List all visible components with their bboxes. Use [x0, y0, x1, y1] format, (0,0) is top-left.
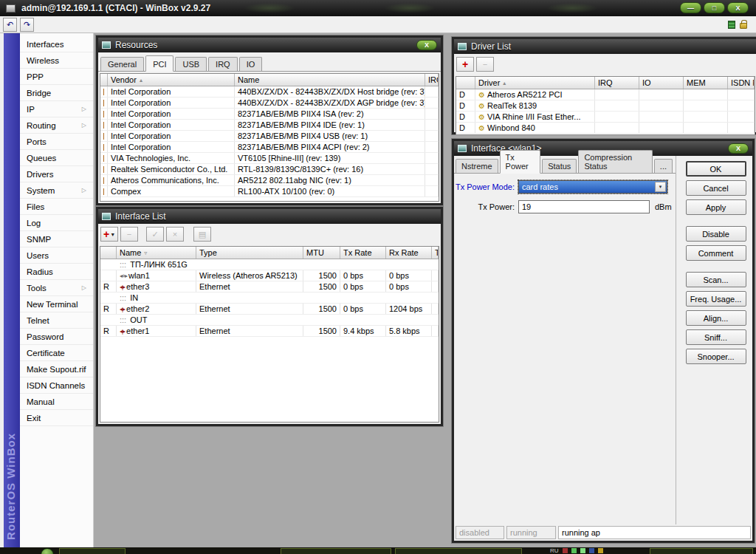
- sidebar-item-wireless[interactable]: Wireless: [20, 52, 93, 69]
- tray-icon[interactable]: [563, 548, 568, 553]
- close-icon[interactable]: X: [416, 40, 437, 50]
- ok-button[interactable]: OK: [686, 161, 746, 177]
- minimize-icon[interactable]: —: [680, 2, 701, 13]
- driver-column-header[interactable]: Driver▴: [475, 77, 595, 89]
- redo-icon[interactable]: ↷: [20, 18, 34, 32]
- close-icon[interactable]: X: [728, 143, 749, 154]
- table-row[interactable]: Intel Corporation440BX/ZX/DX - 82443BX/Z…: [100, 98, 439, 109]
- tray-icon[interactable]: [571, 548, 577, 553]
- flags-column-header[interactable]: [456, 77, 475, 89]
- sidebar-item-ppp[interactable]: PPP: [20, 69, 93, 85]
- interface-list-titlebar[interactable]: Interface List: [98, 209, 441, 224]
- sidebar-item-radius[interactable]: Radius: [20, 264, 93, 280]
- sidebar-item-bridge[interactable]: Bridge: [20, 85, 93, 101]
- main-titlebar[interactable]: admin@192.169.1.1 (CTACI) - WinBox v2.9.…: [0, 0, 756, 16]
- table-row[interactable]: Intel Corporation82371AB/EB/MB PIIX4 IDE…: [100, 120, 439, 131]
- remove-button[interactable]: −: [476, 57, 494, 72]
- language-indicator[interactable]: RU: [550, 547, 559, 554]
- taskbar-item[interactable]: [395, 548, 522, 554]
- table-row[interactable]: Intel Corporation82371AB/EB/MB PIIX4 ISA…: [100, 109, 439, 120]
- scan-button[interactable]: Scan...: [686, 272, 746, 287]
- tray-icon[interactable]: [589, 548, 594, 553]
- table-row[interactable]: CompexRL100-ATX 10/100 (rev: 0): [100, 186, 439, 197]
- remove-button[interactable]: −: [120, 227, 138, 242]
- sidebar-item-ip[interactable]: IP▷: [20, 101, 93, 117]
- name-column-header[interactable]: Name▿: [117, 247, 196, 259]
- table-row[interactable]: D⚙Atheros AR5212 PCI: [456, 89, 755, 100]
- irq-column-header[interactable]: IRQ: [425, 74, 439, 86]
- sidebar-item-tools[interactable]: Tools▷: [20, 280, 93, 296]
- table-row[interactable]: Intel Corporation82371AB/EB/MB PIIX4 USB…: [100, 131, 439, 142]
- tab-status[interactable]: Status: [542, 159, 577, 173]
- tab-pci[interactable]: PCI: [145, 55, 173, 72]
- type-column-header[interactable]: Type: [196, 247, 303, 259]
- sidebar-item-system[interactable]: System▷: [20, 182, 93, 199]
- tab-overflow[interactable]: ...: [654, 159, 673, 173]
- sidebar-item-snmp[interactable]: SNMP: [20, 231, 93, 247]
- sidebar-item-ports[interactable]: Ports: [20, 134, 93, 150]
- sidebar-item-password[interactable]: Password: [20, 329, 93, 345]
- table-row[interactable]: Intel Corporation82371AB/EB/MB PIIX4 ACP…: [100, 142, 439, 153]
- align-button[interactable]: Align...: [686, 310, 746, 326]
- comment-button[interactable]: ▤: [193, 227, 211, 242]
- table-row[interactable]: VIA Technologies, Inc.VT6105 [Rhine-III]…: [100, 153, 439, 164]
- chevron-down-icon[interactable]: ▼: [655, 182, 666, 192]
- vendor-column-header[interactable]: Vendor▴: [108, 74, 235, 86]
- sidebar-item-log[interactable]: Log: [20, 215, 93, 231]
- sidebar-item-files[interactable]: Files: [20, 199, 93, 215]
- sidebar-item-exit[interactable]: Exit: [20, 410, 93, 426]
- disable-button[interactable]: ×: [166, 227, 184, 242]
- comment-row[interactable]: :::ТП-ЛИНК 651G: [100, 259, 439, 270]
- tab-general[interactable]: General: [100, 57, 144, 71]
- apply-button[interactable]: Apply: [686, 199, 746, 215]
- table-row[interactable]: D⚙VIA Rhine I/II Fast Ether...: [456, 112, 755, 123]
- close-icon[interactable]: X: [727, 2, 749, 13]
- add-button[interactable]: +▼: [100, 227, 118, 242]
- tx-rate-column-header[interactable]: Tx Rate: [340, 247, 386, 259]
- tab-usb[interactable]: USB: [175, 57, 207, 71]
- table-row[interactable]: ◂⋄▸wlan1Wireless (Atheros AR5213)15000 b…: [100, 270, 439, 281]
- sidebar-item-users[interactable]: Users: [20, 247, 93, 264]
- undo-icon[interactable]: ↶: [3, 18, 17, 32]
- cancel-button[interactable]: Cancel: [686, 180, 746, 196]
- mem-column-header[interactable]: MEM: [684, 77, 728, 89]
- snooper-button[interactable]: Snooper...: [686, 349, 746, 364]
- tab-compression-status[interactable]: Compression Status: [578, 150, 652, 173]
- flags-column-header[interactable]: [100, 74, 108, 86]
- comment-row[interactable]: :::OUT: [100, 315, 439, 326]
- name-column-header[interactable]: Name: [235, 74, 425, 86]
- taskbar-item[interactable]: [281, 548, 391, 554]
- sidebar-item-certificate[interactable]: Certificate: [20, 345, 93, 361]
- taskbar-item[interactable]: [59, 548, 126, 554]
- sidebar-item-new-terminal[interactable]: New Terminal: [20, 296, 93, 312]
- table-row[interactable]: Intel Corporation440BX/ZX/DX - 82443BX/Z…: [100, 86, 439, 98]
- tx-power-input[interactable]: [518, 200, 650, 213]
- table-row[interactable]: D⚙Winbond 840: [456, 123, 755, 134]
- sidebar-item-telnet[interactable]: Telnet: [20, 312, 93, 329]
- sidebar-item-manual[interactable]: Manual: [20, 394, 93, 410]
- tray-icon[interactable]: [580, 548, 585, 553]
- table-row[interactable]: Atheros Communications, Inc.AR5212 802.1…: [100, 175, 439, 186]
- start-button[interactable]: [41, 548, 54, 554]
- table-row[interactable]: R◂¦▸ether1Ethernet15009.4 kbps5.8 kbps: [100, 326, 439, 337]
- freq-usage-button[interactable]: Freq. Usage...: [686, 291, 746, 307]
- disable-button[interactable]: Disable: [686, 226, 746, 242]
- comment-row[interactable]: :::IN: [100, 293, 439, 304]
- table-row[interactable]: Realtek Semiconductor Co., Ltd.RTL-8139/…: [100, 164, 439, 175]
- driver-list-titlebar[interactable]: Driver List: [454, 39, 756, 54]
- sidebar-item-routing[interactable]: Routing▷: [20, 117, 93, 134]
- table-row[interactable]: R◂¦▸ether3Ethernet15000 bps0 bps: [100, 281, 439, 293]
- io-column-header[interactable]: IO: [639, 77, 684, 89]
- comment-button[interactable]: Comment: [686, 245, 746, 261]
- sniff-button[interactable]: Sniff...: [686, 329, 746, 345]
- sidebar-item-queues[interactable]: Queues: [20, 150, 93, 166]
- tx-power-mode-select[interactable]: card rates ▼: [518, 180, 667, 194]
- tab-io[interactable]: IO: [239, 57, 263, 71]
- sidebar-item-drivers[interactable]: Drivers: [20, 166, 93, 182]
- taskbar-item[interactable]: [650, 548, 753, 554]
- tab-irq[interactable]: IRQ: [208, 57, 238, 71]
- tx-packet-column-header[interactable]: Tx P: [432, 247, 439, 259]
- sidebar-item-make-supout[interactable]: Make Supout.rif: [20, 361, 93, 377]
- sidebar-item-interfaces[interactable]: Interfaces: [20, 36, 93, 52]
- flags-column-header[interactable]: [100, 247, 117, 259]
